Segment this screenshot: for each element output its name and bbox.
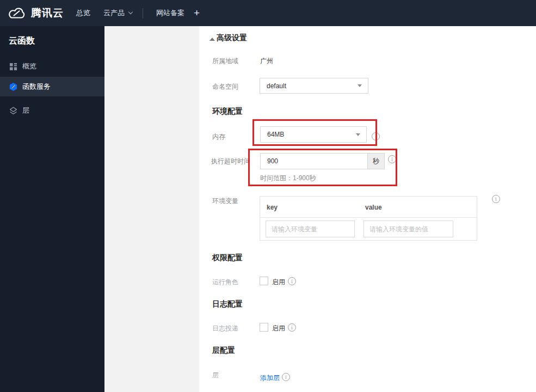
- log-delivery-enable-label: 启用: [272, 324, 285, 333]
- timeout-info-icon[interactable]: [388, 155, 396, 163]
- envvar-col-value-header: value: [365, 204, 382, 211]
- collapse-triangle-icon: [210, 38, 215, 41]
- log-delivery-enable-checkbox[interactable]: [260, 323, 268, 332]
- caret-down-icon: [356, 133, 360, 136]
- nav-overview-label: 总览: [76, 8, 90, 18]
- sidebar-function-service-label: 函数服务: [22, 82, 51, 91]
- plus-icon: +: [194, 7, 200, 19]
- caret-down-icon: [358, 84, 362, 87]
- namespace-selected-value: default: [267, 82, 358, 90]
- tencent-cloud-console: 腾讯云 总览 云产品 网站备案 + 云函数: [0, 0, 536, 392]
- run-role-info-icon[interactable]: [288, 277, 296, 285]
- run-role-enable-label: 启用: [272, 278, 285, 287]
- log-delivery-info-icon[interactable]: [288, 323, 296, 332]
- advanced-settings-toggle[interactable]: 高级设置: [217, 33, 247, 43]
- scf-hexagon-icon: [9, 82, 18, 91]
- nav-item-overview[interactable]: 总览: [76, 0, 90, 26]
- memory-selected-value: 64MB: [267, 131, 356, 138]
- secondary-panel: [104, 26, 199, 392]
- sidebar: 云函数 概览 函数服务: [0, 26, 104, 392]
- envvar-key-input[interactable]: [266, 220, 355, 237]
- nav-item-icp[interactable]: 网站备案: [156, 0, 184, 26]
- sidebar-item-overview[interactable]: 概览: [0, 57, 104, 76]
- namespace-label: 命名空间: [212, 82, 238, 91]
- timeout-unit-suffix: 秒: [368, 153, 385, 169]
- sidebar-overview-label: 概览: [22, 62, 36, 71]
- sidebar-item-layer[interactable]: 层: [0, 101, 104, 120]
- timeout-input[interactable]: [260, 153, 368, 169]
- envvar-value-input[interactable]: [364, 220, 453, 237]
- nav-products-label: 云产品: [103, 8, 125, 18]
- memory-select[interactable]: 64MB: [260, 126, 367, 143]
- namespace-select[interactable]: default: [260, 78, 368, 94]
- main-content: 高级设置 所属地域 广州 命名空间 default 环境配置 内存 64MB 执…: [199, 26, 536, 392]
- timeout-field-group: 秒: [260, 153, 385, 169]
- envvar-table: key value: [260, 196, 477, 241]
- envvar-col-key-header: key: [267, 204, 278, 211]
- layer-label: 层: [212, 371, 219, 380]
- nav-icp-label: 网站备案: [156, 8, 184, 18]
- nav-add-tab-button[interactable]: +: [194, 0, 200, 26]
- cloud-logo-icon: [8, 7, 26, 20]
- timeout-hint: 时间范围：1-900秒: [260, 174, 316, 183]
- brand-logo[interactable]: 腾讯云: [8, 0, 64, 26]
- add-layer-link[interactable]: 添加层: [260, 373, 280, 383]
- section-log-config: 日志配置: [212, 299, 243, 309]
- run-role-label: 运行角色: [212, 278, 238, 287]
- nav-item-products[interactable]: 云产品: [103, 0, 132, 26]
- grid-icon: [9, 62, 18, 71]
- brand-name: 腾讯云: [31, 6, 64, 20]
- memory-label: 内存: [212, 132, 225, 142]
- section-env-config: 环境配置: [212, 107, 243, 117]
- run-role-enable-checkbox[interactable]: [260, 277, 268, 285]
- top-navbar: 腾讯云 总览 云产品 网站备案 +: [0, 0, 536, 26]
- sidebar-item-function-service[interactable]: 函数服务: [0, 77, 104, 96]
- sidebar-product-title: 云函数: [9, 35, 35, 47]
- envvar-label: 环境变量: [212, 197, 238, 206]
- section-layer-config: 层配置: [212, 346, 235, 356]
- timeout-label: 执行超时时间: [211, 157, 250, 166]
- memory-info-icon[interactable]: [372, 132, 380, 140]
- sidebar-layer-label: 层: [22, 106, 29, 115]
- layers-icon: [9, 106, 18, 115]
- envvar-info-icon[interactable]: [492, 195, 500, 203]
- table-divider: [260, 217, 477, 218]
- region-value: 广州: [260, 57, 273, 66]
- section-permission-config: 权限配置: [212, 253, 243, 263]
- region-label: 所属地域: [212, 57, 238, 66]
- chevron-down-icon: [128, 10, 133, 14]
- log-delivery-label: 日志投递: [212, 324, 238, 333]
- nav-divider: [143, 8, 143, 19]
- add-layer-info-icon[interactable]: [282, 373, 290, 381]
